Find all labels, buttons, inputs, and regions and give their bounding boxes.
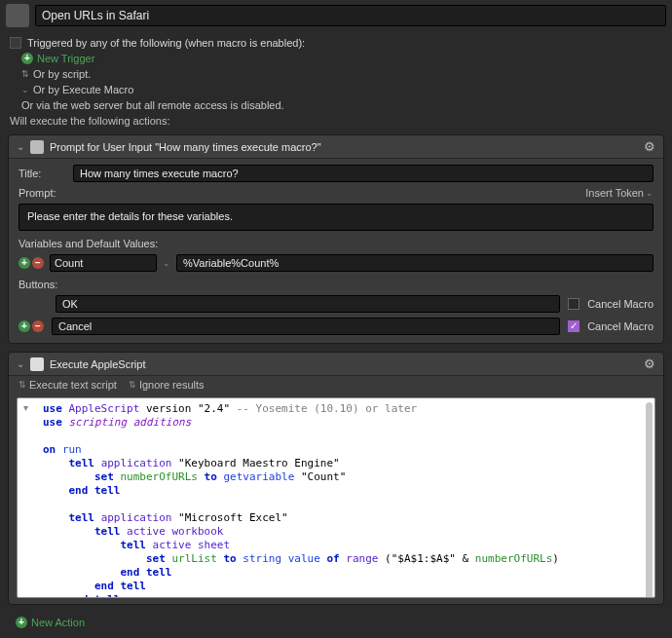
title-label: Title: <box>19 168 65 179</box>
updown-icon: ⇅ <box>129 380 136 390</box>
cancel-macro-checkbox-ok[interactable] <box>568 298 579 310</box>
action-execute-applescript: ⌄ Execute AppleScript ⚙ ⇅ Execute text s… <box>8 352 664 605</box>
chevron-down-icon[interactable]: ⌄ <box>163 258 170 268</box>
title-field[interactable] <box>73 165 653 182</box>
chevron-down-icon: ⌄ <box>21 85 29 94</box>
cancel-macro-checkbox-cancel[interactable] <box>568 320 579 332</box>
button-ok-field[interactable] <box>56 295 560 313</box>
macro-title-input[interactable] <box>35 5 666 26</box>
gear-icon[interactable]: ⚙ <box>644 357 655 371</box>
prompt-label: Prompt: <box>19 187 65 199</box>
remove-button-button[interactable]: − <box>32 320 44 332</box>
remove-variable-button[interactable]: − <box>32 257 44 269</box>
execute-text-script-dropdown[interactable]: ⇅ Execute text script <box>19 379 117 391</box>
updown-icon: ⇅ <box>21 69 29 79</box>
cancel-macro-label: Cancel Macro <box>587 320 653 332</box>
new-action-button[interactable]: + New Action <box>16 615 662 630</box>
variable-name-select[interactable] <box>50 254 157 272</box>
plus-icon: + <box>21 53 33 64</box>
variable-default-field[interactable] <box>176 254 653 272</box>
variables-label: Variables and Default Values: <box>19 236 653 249</box>
insert-token-button[interactable]: Insert Token ⌄ <box>585 187 653 199</box>
scrollbar[interactable] <box>646 402 653 598</box>
add-button-button[interactable]: + <box>19 320 30 332</box>
new-action-label: New Action <box>31 617 85 628</box>
gear-icon[interactable]: ⚙ <box>644 139 655 154</box>
script-icon <box>30 357 44 371</box>
buttons-label: Buttons: <box>19 277 653 290</box>
action-title: Prompt for User Input "How many times ex… <box>50 141 638 153</box>
prompt-icon <box>30 140 44 154</box>
action-title: Execute AppleScript <box>50 358 638 370</box>
macro-icon <box>6 4 29 27</box>
disclosure-toggle[interactable]: ⌄ <box>17 141 24 152</box>
triggers-header: Triggered by any of the following (when … <box>27 37 305 49</box>
will-execute-label: Will execute the following actions: <box>0 113 672 131</box>
or-via-web: Or via the web server but all remote acc… <box>0 97 672 113</box>
cancel-macro-label: Cancel Macro <box>587 298 653 310</box>
or-by-script[interactable]: ⇅ Or by script. <box>0 66 672 82</box>
ignore-results-dropdown[interactable]: ⇅ Ignore results <box>129 379 205 391</box>
new-trigger-label: New Trigger <box>37 53 94 64</box>
plus-icon: + <box>16 617 27 628</box>
applescript-editor[interactable]: ▾ use AppleScript version "2.4" -- Yosem… <box>17 397 655 598</box>
disclosure-toggle[interactable]: ⌄ <box>17 358 24 369</box>
prompt-textarea[interactable]: Please enter the details for these varia… <box>19 204 653 231</box>
new-trigger-button[interactable]: + New Trigger <box>0 51 672 66</box>
trigger-checkbox[interactable] <box>10 37 21 49</box>
scroll-thumb[interactable] <box>646 402 653 598</box>
chevron-down-icon: ⌄ <box>646 188 653 198</box>
button-cancel-field[interactable] <box>52 318 560 335</box>
or-by-execute-macro[interactable]: ⌄ Or by Execute Macro <box>0 82 672 97</box>
add-variable-button[interactable]: + <box>19 257 30 269</box>
fold-icon[interactable]: ▾ <box>23 402 28 413</box>
updown-icon: ⇅ <box>19 380 26 390</box>
action-prompt-user-input: ⌄ Prompt for User Input "How many times … <box>8 134 664 344</box>
